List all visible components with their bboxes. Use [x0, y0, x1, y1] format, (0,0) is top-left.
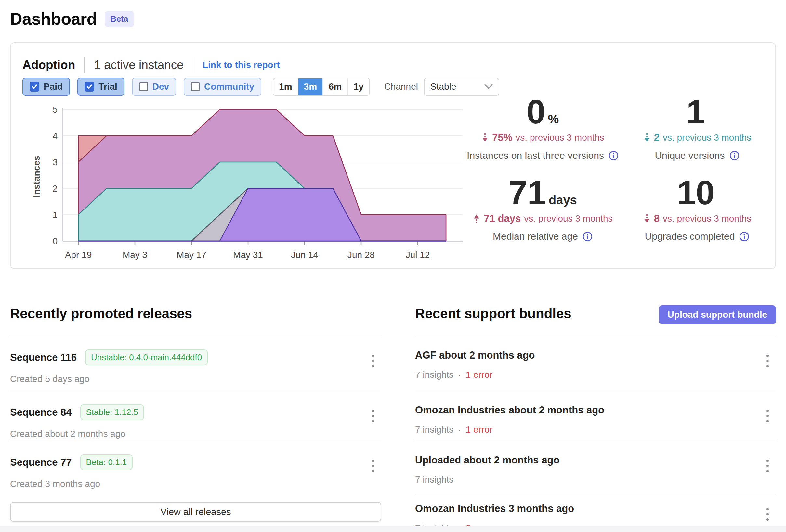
release-version-badge: Stable: 1.12.5	[80, 404, 144, 420]
adoption-title: Adoption	[22, 58, 75, 72]
svg-text:May 17: May 17	[177, 250, 206, 260]
svg-text:3: 3	[53, 158, 57, 167]
release-title: Sequence 84	[10, 407, 72, 418]
info-icon[interactable]	[582, 232, 593, 242]
release-created: Created about 2 months ago	[10, 429, 125, 439]
bundles-section-header: Recent support bundles	[415, 306, 572, 321]
kebab-menu-icon[interactable]	[760, 503, 775, 525]
filter-paid[interactable]: Paid	[22, 78, 70, 96]
stat-value: 1	[620, 95, 774, 129]
releases-list: Sequence 116 Unstable: 0.4.0-main.444ddf…	[10, 336, 381, 493]
bundle-row[interactable]: Omozan Industries about 2 months ago 7 i…	[415, 391, 776, 441]
range-3m[interactable]: 3m	[298, 78, 322, 95]
svg-text:1: 1	[53, 210, 57, 220]
svg-text:May 31: May 31	[233, 250, 263, 260]
bundle-insights: 7 insights	[415, 370, 454, 380]
info-icon[interactable]	[739, 232, 749, 242]
page-title: Dashboard	[10, 9, 97, 29]
kebab-menu-icon[interactable]	[366, 405, 380, 427]
release-version-badge: Unstable: 0.4.0-main.444ddf0	[85, 349, 208, 365]
stat-value: 0%	[465, 95, 620, 129]
svg-text:Jul 12: Jul 12	[406, 250, 430, 260]
filter-label: Trial	[98, 81, 117, 92]
stat-delta: 8vs. previous 3 months	[620, 213, 774, 224]
release-row: Sequence 84 Stable: 1.12.5 Created about…	[10, 391, 381, 441]
bundle-insights: 7 insights	[415, 475, 454, 485]
bundle-title: Omozan Industries 3 months ago	[415, 503, 574, 514]
release-row: Sequence 116 Unstable: 0.4.0-main.444ddf…	[10, 336, 381, 391]
bundle-title: Uploaded about 2 months ago	[415, 454, 559, 466]
view-all-releases-button[interactable]: View all releases	[10, 502, 381, 522]
release-title: Sequence 116	[10, 352, 77, 363]
kebab-menu-icon[interactable]	[366, 350, 380, 371]
bundle-row[interactable]: Uploaded about 2 months ago 7 insights	[415, 441, 776, 494]
stat-value: 10	[620, 176, 774, 210]
checkbox-unchecked-icon	[139, 82, 148, 91]
page-header: Dashboard Beta	[10, 9, 134, 29]
adoption-stats: 0% 75%vs. previous 3 months Instances on…	[465, 95, 774, 242]
bundle-insights: 7 insights	[415, 425, 454, 435]
page-bottom-band	[0, 526, 786, 532]
stat-delta: 75%vs. previous 3 months	[465, 132, 620, 144]
channel-selected-value: Stable	[431, 81, 456, 92]
trend-down-icon	[481, 133, 489, 143]
upload-support-bundle-button[interactable]: Upload support bundle	[659, 305, 776, 324]
kebab-menu-icon[interactable]	[760, 455, 775, 477]
stat-label: Median relative age	[465, 231, 620, 242]
bundle-row[interactable]: AGF about 2 months ago 7 insights · 1 er…	[415, 336, 776, 391]
trend-down-icon	[643, 133, 651, 143]
stat-upgrades-completed: 10 8vs. previous 3 months Upgrades compl…	[620, 176, 774, 242]
filter-label: Paid	[44, 81, 63, 92]
info-icon[interactable]	[608, 151, 619, 161]
adoption-filters: Paid Trial Dev Community 1m 3m 6m 1y Cha…	[22, 77, 499, 96]
trend-down-icon	[643, 214, 651, 223]
checkbox-checked-icon	[85, 82, 94, 92]
kebab-menu-icon[interactable]	[366, 455, 380, 477]
bundle-errors: 1 error	[466, 425, 492, 435]
bundle-title: Omozan Industries about 2 months ago	[415, 404, 604, 416]
filter-dev[interactable]: Dev	[132, 78, 176, 96]
range-6m[interactable]: 6m	[322, 78, 347, 95]
adoption-card-header: Adoption 1 active instance Link to this …	[22, 57, 280, 73]
adoption-area-chart: 012345Apr 19May 3May 17May 31Jun 14Jun 2…	[31, 106, 468, 262]
bundles-heading: Recent support bundles	[415, 306, 572, 321]
svg-text:May 3: May 3	[122, 250, 147, 260]
info-icon[interactable]	[730, 151, 740, 161]
svg-text:5: 5	[53, 106, 57, 115]
filter-label: Dev	[153, 81, 169, 92]
releases-section-header: Recently promoted releases	[10, 306, 192, 321]
stat-delta: 2vs. previous 3 months	[620, 132, 774, 144]
adoption-card: Adoption 1 active instance Link to this …	[10, 42, 776, 269]
svg-text:Jun 28: Jun 28	[347, 250, 375, 260]
range-1m[interactable]: 1m	[273, 78, 297, 95]
kebab-menu-icon[interactable]	[760, 405, 775, 427]
filter-trial[interactable]: Trial	[77, 78, 124, 96]
channel-label: Channel	[384, 81, 418, 92]
release-title: Sequence 77	[10, 457, 72, 468]
checkbox-checked-icon	[29, 82, 39, 92]
active-instance-count: 1 active instance	[94, 58, 184, 72]
kebab-menu-icon[interactable]	[760, 350, 775, 371]
release-created: Created 3 months ago	[10, 479, 100, 489]
bundle-errors: 1 error	[466, 370, 492, 380]
divider	[193, 57, 193, 73]
stat-instances-last-three-versions: 0% 75%vs. previous 3 months Instances on…	[465, 95, 620, 161]
bundle-title: AGF about 2 months ago	[415, 349, 535, 361]
stat-label: Instances on last three versions	[465, 150, 620, 161]
svg-text:0: 0	[53, 237, 57, 246]
filter-community[interactable]: Community	[184, 78, 261, 96]
link-to-report[interactable]: Link to this report	[203, 60, 280, 70]
beta-badge: Beta	[105, 11, 134, 27]
chevron-down-icon	[484, 84, 493, 89]
time-range-group: 1m 3m 6m 1y	[273, 78, 370, 96]
divider	[84, 57, 85, 73]
channel-select[interactable]: Stable	[424, 78, 499, 96]
svg-text:4: 4	[53, 131, 57, 141]
checkbox-unchecked-icon	[191, 82, 200, 91]
trend-up-icon	[472, 214, 481, 223]
stat-value: 71days	[465, 176, 620, 210]
separator: ·	[458, 425, 461, 435]
range-1y[interactable]: 1y	[347, 78, 369, 95]
svg-text:Jun 14: Jun 14	[291, 250, 318, 260]
stat-label: Upgrades completed	[620, 231, 774, 242]
